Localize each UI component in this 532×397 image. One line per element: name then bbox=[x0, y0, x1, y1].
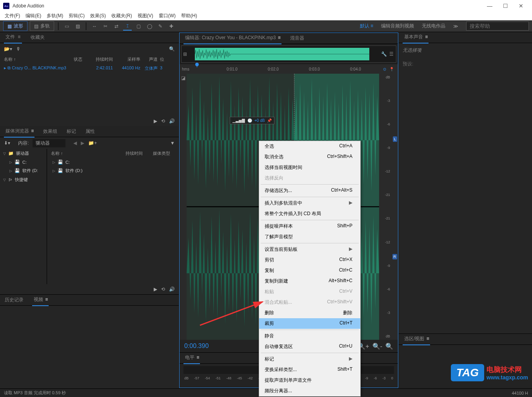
context-menu-item[interactable]: 存储选区为...Ctrl+Alt+S bbox=[259, 185, 360, 196]
tab-video[interactable]: 视频 ≡ bbox=[32, 294, 49, 306]
tab-editor[interactable]: 编辑器: Crazy Over You - BLACKPINK.mp3 ≡ bbox=[183, 32, 281, 44]
menu-favorites[interactable]: 收藏夹(R) bbox=[109, 12, 134, 20]
context-menu-item[interactable]: 删除删除 bbox=[259, 308, 360, 318]
context-menu-item[interactable]: 插入到多轨混音中▶ bbox=[259, 198, 360, 208]
heal-tool-icon[interactable]: ✚ bbox=[167, 22, 176, 31]
context-menu-item[interactable]: 设置当前剪贴板▶ bbox=[259, 244, 360, 255]
drive-selector[interactable]: 驱动器 bbox=[33, 139, 65, 147]
open-file-icon[interactable]: 📂▾ bbox=[4, 46, 12, 52]
workspace-radio[interactable]: 无线电作品 bbox=[422, 23, 445, 29]
waveform-mode-button[interactable]: ▦ 波形 bbox=[3, 21, 27, 31]
menu-window[interactable]: 窗口(W) bbox=[156, 12, 178, 20]
spectral-btn-icon[interactable]: ◪ bbox=[181, 75, 185, 81]
multitrack-mode-button[interactable]: ▤ 多轨 bbox=[30, 21, 54, 31]
workspace-default[interactable]: 默认 ≡ bbox=[360, 23, 373, 29]
move-tool-icon[interactable]: ↔ bbox=[90, 22, 99, 31]
workspace-more-icon[interactable]: ≫ bbox=[453, 24, 458, 29]
titlebar: Au Adobe Audition — ☐ ✕ bbox=[0, 0, 532, 12]
pin-hud-icon[interactable]: 📌 bbox=[267, 118, 272, 123]
media-play-icon[interactable]: ▶ bbox=[154, 286, 157, 292]
tab-effects-rack[interactable]: 效果组 bbox=[42, 126, 58, 137]
loop-icon[interactable]: ⟲ bbox=[161, 118, 165, 124]
context-menu-item[interactable]: 频段分离器... bbox=[259, 386, 360, 396]
context-menu-item[interactable]: 裁剪Ctrl+T bbox=[259, 318, 360, 329]
close-button[interactable]: ✕ bbox=[513, 0, 529, 12]
record-icon[interactable]: 🎙 bbox=[16, 46, 21, 52]
filter-icon[interactable]: 🔍 bbox=[169, 46, 175, 52]
tab-history[interactable]: 历史记录 bbox=[4, 294, 24, 306]
lasso-tool-icon[interactable]: ◯ bbox=[145, 22, 154, 31]
tab-levels[interactable]: 电平 ≡ bbox=[183, 352, 200, 364]
tree-c-drive[interactable]: ▷ 💾 C: bbox=[0, 158, 47, 166]
context-menu-item[interactable]: 了解声音模型 bbox=[259, 232, 360, 242]
tools-icon[interactable]: 🔧 bbox=[381, 51, 387, 57]
file-row[interactable]: ▸ ⧉ Crazy O... BLACKPINK.mp3 2:42.011 44… bbox=[0, 64, 179, 73]
media-loop-icon[interactable]: ⟲ bbox=[161, 286, 165, 292]
context-menu-item[interactable]: 粘贴Ctrl+V bbox=[259, 286, 360, 297]
context-menu-item[interactable]: 将整个文件插入到 CD 布局 bbox=[259, 208, 360, 219]
back-icon[interactable]: ◀ bbox=[73, 140, 77, 146]
zoom-out-icon[interactable]: 🔍- bbox=[372, 343, 382, 350]
menu-file[interactable]: 文件(F) bbox=[2, 12, 22, 20]
context-menu-item[interactable]: 剪切Ctrl+X bbox=[259, 255, 360, 265]
timeline-ruler[interactable]: hms 0:01.0 0:02.0 0:03.0 0:04.0 ⊙ 📍 bbox=[180, 64, 398, 74]
context-menu-item[interactable]: 复制Ctrl+C bbox=[259, 265, 360, 276]
new-folder-icon[interactable]: 📁+ bbox=[88, 140, 97, 146]
context-menu-item[interactable]: 标记▶ bbox=[259, 354, 360, 364]
play-icon[interactable]: ▶ bbox=[154, 118, 157, 124]
time-select-tool-icon[interactable]: 𝙸 bbox=[123, 22, 132, 31]
pin-icon[interactable]: 📍 bbox=[389, 67, 394, 71]
context-menu-item[interactable]: 选择反向 bbox=[259, 173, 360, 183]
list-c-drive[interactable]: ▷ 💾 C: bbox=[47, 158, 179, 166]
context-menu-item[interactable]: 选择当前视图时间 bbox=[259, 162, 360, 173]
context-menu-item[interactable]: 自动修复选区Ctrl+U bbox=[259, 341, 360, 352]
context-menu-item[interactable]: 混合式粘贴...Ctrl+Shift+V bbox=[259, 297, 360, 308]
spectral-toggle-icon[interactable]: ▨ bbox=[73, 22, 82, 31]
tree-shortcuts[interactable]: ▽ 🏳 快捷键 bbox=[0, 175, 47, 184]
workspace-edit-av[interactable]: 编辑音频到视频 bbox=[381, 23, 414, 29]
context-menu-item[interactable]: 全选Ctrl+A bbox=[259, 141, 360, 152]
playhead[interactable] bbox=[197, 64, 197, 67]
minimize-button[interactable]: — bbox=[482, 0, 498, 12]
media-autoplay-icon[interactable]: 🔊 bbox=[169, 286, 175, 292]
hud-overlay[interactable]: ▁▃▅▇ 🕐 +0 dB 📌 bbox=[230, 117, 274, 124]
context-menu-item[interactable]: 取消全选Ctrl+Shift+A bbox=[259, 152, 360, 162]
brush-tool-icon[interactable]: ✎ bbox=[156, 22, 165, 31]
filter-funnel-icon[interactable]: ▼ bbox=[170, 140, 175, 146]
tab-favorites[interactable]: 收藏夹 bbox=[30, 32, 45, 43]
menu-edit[interactable]: 编辑(E) bbox=[23, 12, 44, 20]
tab-properties[interactable]: 属性 bbox=[85, 126, 96, 137]
tab-files[interactable]: 文件 ≡ bbox=[4, 31, 22, 44]
maximize-button[interactable]: ☐ bbox=[498, 0, 513, 12]
tab-selection-view[interactable]: 选区/视图 ≡ bbox=[403, 333, 430, 345]
menu-view[interactable]: 视图(V) bbox=[135, 12, 156, 20]
tab-essential-sound[interactable]: 基本声音 ≡ bbox=[403, 31, 429, 44]
list-d-drive[interactable]: ▷ 💾 软件 (D:) bbox=[47, 166, 179, 175]
razor-tool-icon[interactable]: ✂ bbox=[101, 22, 110, 31]
context-menu-item[interactable]: 提取声道到单声道文件 bbox=[259, 375, 360, 386]
context-menu-item[interactable]: 复制到新建Alt+Shift+C bbox=[259, 276, 360, 286]
menu-help[interactable]: 帮助(H) bbox=[179, 12, 200, 20]
autoplay-icon[interactable]: 🔊 bbox=[169, 118, 175, 124]
context-menu-item[interactable]: 捕捉噪声样本Shift+P bbox=[259, 221, 360, 232]
context-menu-item[interactable]: 变换采样类型...Shift+T bbox=[259, 364, 360, 375]
menu-clip[interactable]: 剪辑(C) bbox=[66, 12, 87, 20]
zoom-reset-icon[interactable]: 🔍 bbox=[385, 343, 393, 350]
slip-tool-icon[interactable]: ⇄ bbox=[112, 22, 121, 31]
tab-markers[interactable]: 标记 bbox=[66, 126, 77, 137]
snap-icon[interactable]: ⊙ bbox=[383, 67, 386, 71]
help-search-input[interactable] bbox=[466, 22, 529, 31]
menu-effects[interactable]: 效果(S) bbox=[88, 12, 108, 20]
import-icon[interactable]: ⬇▾ bbox=[4, 140, 10, 146]
context-menu-item[interactable]: 静音 bbox=[259, 331, 360, 341]
overview-waveform[interactable]: ⊞ 🔧 ☰ bbox=[181, 45, 396, 63]
tree-drives[interactable]: ▽ 📁 驱动器 bbox=[0, 149, 47, 158]
fwd-icon[interactable]: ▶ bbox=[81, 140, 84, 146]
marquee-tool-icon[interactable]: ▢ bbox=[134, 22, 143, 31]
tree-d-drive[interactable]: ▷ 💾 软件 (D: bbox=[0, 166, 47, 175]
menu-icon[interactable]: ☰ bbox=[389, 51, 394, 57]
hud-toggle-icon[interactable]: ▭ bbox=[62, 22, 71, 31]
menu-multitrack[interactable]: 多轨(M) bbox=[44, 12, 65, 20]
tab-mixer[interactable]: 混音器 bbox=[289, 33, 305, 44]
tab-media-browser[interactable]: 媒体浏览器 ≡ bbox=[4, 125, 34, 138]
